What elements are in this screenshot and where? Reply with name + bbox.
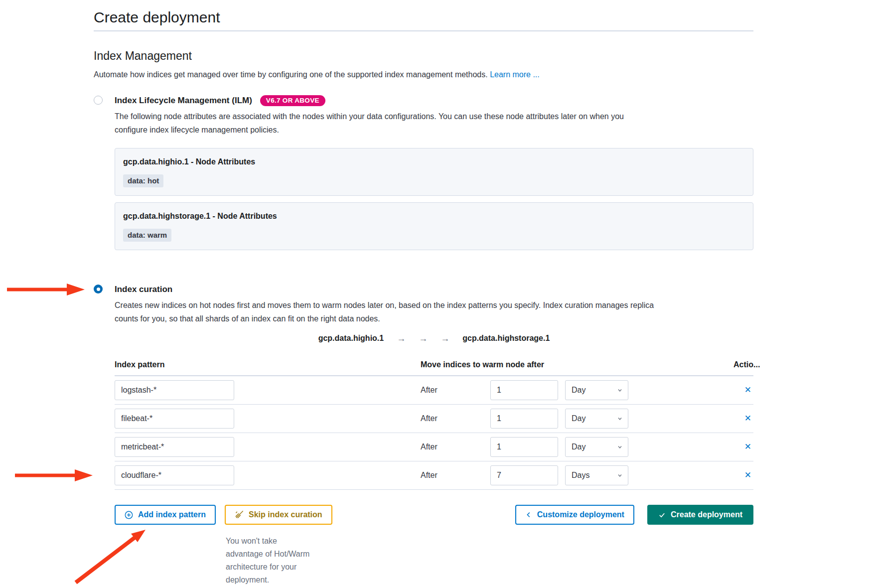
after-value-input[interactable] — [490, 409, 558, 429]
node-attribute-badge: data: hot — [123, 174, 163, 187]
actions-left: Add index pattern — [115, 505, 332, 587]
index-pattern-table: Index pattern Move indices to warm node … — [115, 359, 753, 490]
option-ilm: Index Lifecycle Management (ILM) V6.7 OR… — [94, 94, 753, 250]
table-row-cloudflare: After Days ✕ — [115, 461, 753, 490]
main-content: Create deployment Index Management Autom… — [94, 0, 753, 587]
section-title: Index Management — [94, 48, 753, 63]
ilm-option-label: Index Lifecycle Management (ILM) — [115, 94, 252, 107]
index-pattern-input[interactable] — [115, 465, 234, 485]
after-value-input[interactable] — [490, 380, 558, 400]
unit-select[interactable]: Day — [565, 437, 628, 457]
curation-option-head: Index curation — [115, 283, 753, 295]
learn-more-link[interactable]: Learn more ... — [490, 70, 540, 79]
skip-button-label: Skip index curation — [249, 510, 322, 519]
header-index-pattern: Index pattern — [115, 359, 421, 370]
flow-source-node: gcp.data.highio.1 — [318, 334, 384, 343]
after-value-input[interactable] — [490, 437, 558, 457]
customize-deployment-button[interactable]: Customize deployment — [515, 505, 634, 525]
curation-option-description: Creates new indices on hot nodes first a… — [115, 298, 658, 325]
table-row-logstash: After Day ✕ — [115, 376, 753, 405]
node-attributes-panel-highstorage: gcp.data.highstorage.1 - Node Attributes… — [115, 202, 753, 250]
flow-target-node: gcp.data.highstorage.1 — [462, 334, 550, 343]
create-button-label: Create deployment — [671, 510, 742, 519]
chevron-left-icon — [525, 511, 532, 518]
ilm-radio[interactable] — [94, 96, 103, 105]
index-pattern-input[interactable] — [115, 437, 234, 457]
table-row-filebeat: After Day ✕ — [115, 405, 753, 433]
arrow-right-icon: → — [419, 334, 428, 343]
panel-title: gcp.data.highio.1 - Node Attributes — [123, 156, 745, 167]
skip-button-col: Skip index curation You won't take advan… — [225, 505, 332, 587]
curation-flow: gcp.data.highio.1 → → → gcp.data.highsto… — [115, 334, 753, 343]
add-button-wrap: Add index pattern — [115, 505, 216, 525]
panel-title: gcp.data.highstorage.1 - Node Attributes — [123, 211, 745, 222]
add-index-pattern-button[interactable]: Add index pattern — [115, 505, 216, 525]
ilm-option-body: Index Lifecycle Management (ILM) V6.7 OR… — [115, 94, 753, 250]
skip-index-curation-button[interactable]: Skip index curation — [225, 505, 332, 525]
section-intro: Automate how indices get managed over ti… — [94, 68, 753, 81]
create-deployment-page: Create deployment Index Management Autom… — [0, 0, 875, 588]
skip-warning-note: You won't take advantage of Hot/Warm arc… — [226, 535, 313, 587]
create-deployment-button[interactable]: Create deployment — [647, 505, 753, 525]
version-badge: V6.7 OR ABOVE — [260, 95, 325, 106]
curation-option-body: Index curation Creates new indices on ho… — [115, 283, 753, 587]
node-attributes-panel-highio: gcp.data.highio.1 - Node Attributes data… — [115, 148, 753, 196]
index-pattern-input[interactable] — [115, 409, 234, 429]
after-label: After — [421, 386, 490, 395]
after-label: After — [421, 414, 490, 423]
unit-select[interactable]: Day — [565, 409, 628, 429]
after-label: After — [421, 442, 490, 451]
header-actions: Actio... — [733, 359, 753, 370]
ilm-option-description: The following node attributes are associ… — [115, 110, 658, 137]
page-title: Create deployment — [94, 8, 753, 27]
table-header-row: Index pattern Move indices to warm node … — [115, 359, 753, 376]
curation-radio[interactable] — [94, 285, 103, 294]
remove-row-button[interactable]: ✕ — [742, 442, 753, 452]
unit-select-value: Days — [572, 471, 589, 480]
customize-button-label: Customize deployment — [537, 510, 624, 519]
actions-bar: Add index pattern — [115, 505, 753, 587]
after-value-input[interactable] — [490, 465, 558, 485]
after-label: After — [421, 471, 490, 480]
unit-select[interactable]: Day — [565, 380, 628, 400]
chevron-down-icon — [617, 444, 623, 450]
annotation-arrow-add-button — [72, 527, 149, 586]
section-intro-text: Automate how indices get managed over ti… — [94, 70, 488, 79]
unit-select-value: Day — [572, 414, 585, 423]
plus-in-circle-icon — [125, 511, 133, 519]
annotation-arrow-cloudflare-row — [14, 468, 93, 482]
arrow-right-icon: → — [440, 334, 449, 343]
check-icon — [658, 511, 666, 519]
table-row-metricbeat: After Day ✕ — [115, 433, 753, 461]
add-button-label: Add index pattern — [138, 510, 206, 519]
broom-icon — [235, 510, 244, 519]
title-divider — [94, 30, 753, 31]
annotation-arrow-curation-radio — [6, 283, 85, 296]
header-move-indices: Move indices to warm node after — [421, 359, 733, 370]
chevron-down-icon — [617, 472, 623, 478]
arrow-right-icon: → — [397, 334, 406, 343]
ilm-option-head: Index Lifecycle Management (ILM) V6.7 OR… — [115, 94, 753, 107]
node-attribute-badge: data: warm — [123, 229, 171, 242]
option-curation: Index curation Creates new indices on ho… — [94, 283, 753, 587]
remove-row-button[interactable]: ✕ — [742, 385, 753, 395]
index-pattern-input[interactable] — [115, 380, 234, 400]
unit-select-value: Day — [572, 386, 585, 395]
chevron-down-icon — [617, 416, 623, 422]
chevron-down-icon — [617, 387, 623, 393]
actions-right: Customize deployment Create deployment — [515, 505, 753, 525]
unit-select-value: Day — [572, 442, 585, 451]
unit-select[interactable]: Days — [565, 465, 628, 485]
remove-row-button[interactable]: ✕ — [742, 414, 753, 424]
curation-option-label: Index curation — [115, 283, 172, 295]
remove-row-button[interactable]: ✕ — [742, 470, 753, 480]
